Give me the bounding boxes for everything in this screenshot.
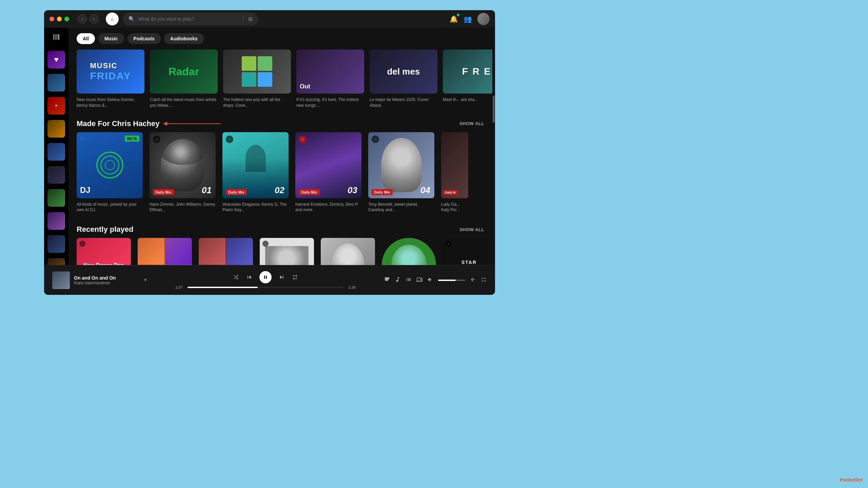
filter-podcasts[interactable]: Podcasts — [127, 33, 161, 44]
minimize-button[interactable] — [57, 17, 62, 21]
recent-card-star-wars[interactable]: ♫ STARWARS Star Wars — [443, 238, 492, 265]
avatar-image — [477, 13, 490, 25]
pocketlint-watermark: Pocketlint — [840, 477, 863, 483]
next-button[interactable] — [278, 274, 285, 281]
mix-card-daily-3[interactable]: ♫ Daily Mix 03 Harvest Emotions, Dontcry… — [295, 132, 361, 213]
daily-mix-num-1: 01 — [202, 185, 212, 196]
filter-bar: All Music Podcasts Audiobooks — [68, 28, 492, 49]
playlist-card-hot-hits[interactable]: The hottest new pop with all the drops. … — [223, 49, 291, 108]
back-button[interactable]: ‹ — [77, 14, 87, 24]
maximize-button[interactable] — [64, 17, 69, 21]
repeat-button[interactable] — [292, 274, 298, 280]
filter-audiobooks[interactable]: Audiobooks — [164, 33, 204, 44]
scrollbar-thumb[interactable] — [493, 96, 495, 123]
close-button[interactable] — [50, 17, 54, 21]
search-input[interactable] — [138, 16, 238, 22]
recent-card-love-song[interactable]: Love Song — [199, 238, 253, 265]
mix-card-daily-4[interactable]: ♫ Daily Mix 04 Tony Bennett, sweet plane… — [368, 132, 434, 213]
mix-card-daily-2[interactable]: ♫ Daily Mix 02 Veaceslav Draganov, Kenny… — [222, 132, 289, 213]
progress-bar-container: 1:07 2:39 — [174, 285, 357, 289]
lyrics-button[interactable] — [395, 277, 401, 284]
filter-all[interactable]: All — [77, 33, 95, 44]
playlist-card-free[interactable]: F R E Meet th... are sha... — [443, 49, 492, 108]
playlist-desc-new-music-friday: New music from Selena Gomez, benny blanc… — [77, 97, 144, 108]
mix-desc-dj: All kinds of music, picked by your own A… — [77, 202, 143, 213]
user-avatar[interactable] — [477, 13, 490, 25]
sidebar-item-playlist-8[interactable] — [47, 212, 65, 230]
recent-card-lady-gaga[interactable]: ♫ THIS IS Lady Gaga This IS Lady Gaga — [260, 238, 314, 265]
made-for-section-header: Made For Chris Hachey Show all — [68, 114, 492, 132]
mix-desc-daily-3: Harvest Emotions, Dontcry, Dino P and mo… — [295, 202, 361, 213]
recent-thumb-lady-gaga: ♫ THIS IS Lady Gaga — [260, 238, 314, 265]
filter-music[interactable]: Music — [98, 33, 124, 44]
sidebar-item-playlist-3[interactable]: ✕ — [47, 97, 65, 115]
sidebar-item-playlist-5[interactable] — [47, 143, 65, 161]
mix-thumb-daily-2: ♫ Daily Mix 02 — [222, 132, 289, 198]
volume-button[interactable] — [427, 277, 433, 284]
devices-button[interactable] — [416, 277, 422, 284]
notifications-button[interactable]: 🔔 — [450, 15, 458, 23]
sidebar: ♥ ✕ — [44, 28, 68, 265]
miniplayer-button[interactable] — [470, 277, 476, 284]
spotify-badge-3: ♫ — [299, 136, 306, 143]
playlist-card-del-mes[interactable]: del mes Lo mejor de febrero 2025. Cover:… — [370, 49, 437, 108]
mix-card-daily-1[interactable]: ♫ Daily Mix 01 Hans Zimmer, John William… — [150, 132, 216, 213]
spotify-badge-2: ♫ — [226, 136, 233, 143]
library-icon[interactable] — [53, 33, 60, 43]
play-pause-button[interactable] — [259, 271, 272, 283]
recently-played-cards-row: ♫ New Dance Pop New Dance Pop — [68, 238, 492, 265]
mix-card-dj[interactable]: ♫ DJ BETA All kinds of music, picked by … — [77, 132, 143, 213]
sidebar-item-playlist-2[interactable] — [47, 74, 65, 92]
sidebar-item-playlist-9[interactable] — [47, 235, 65, 253]
recently-played-title: Recently played — [77, 225, 134, 234]
search-divider — [243, 16, 243, 22]
sidebar-item-playlist-4[interactable] — [47, 120, 65, 138]
playlist-card-radar[interactable]: Radar Catch all the latest music from ar… — [150, 49, 218, 108]
player-add-button[interactable]: + — [143, 277, 147, 284]
friends-button[interactable]: 👥 — [463, 15, 472, 23]
player-album-art — [52, 271, 70, 289]
playlist-card-new-releases[interactable]: Out If it's buzzing, it's here. The hott… — [296, 49, 364, 108]
svg-rect-2 — [58, 34, 60, 40]
playlist-card-new-music-friday[interactable]: MUSICFRIDAY New music from Selena Gomez,… — [77, 49, 144, 108]
player-extra-controls — [384, 277, 487, 284]
shuffle-button[interactable] — [233, 274, 239, 280]
playlist-desc-radar: Catch all the latest music from artists … — [150, 97, 218, 108]
mix-desc-daily-1: Hans Zimmer, John Williams, Danny Elfman… — [150, 202, 216, 213]
forward-button[interactable]: › — [89, 14, 99, 24]
recent-card-artist[interactable]: Artist — [382, 238, 436, 265]
scrollbar-track[interactable] — [492, 28, 495, 265]
mix-card-daily-5[interactable]: Daily M Lady Ga... Katy Per... — [441, 132, 468, 213]
playlist-desc-del-mes: Lo mejor de febrero 2025. Cover: Aitana — [370, 97, 437, 108]
recently-played-show-all[interactable]: Show all — [459, 227, 484, 232]
sidebar-item-liked-songs[interactable]: ♥ — [47, 51, 65, 68]
dj-icon — [96, 151, 123, 179]
main-content[interactable]: All Music Podcasts Audiobooks MUSICFRIDA… — [68, 28, 492, 265]
mix-desc-daily-4: Tony Bennett, sweet planet, Caveboy and.… — [368, 202, 434, 213]
recent-thumb-dance-pop: ♫ New Dance Pop — [77, 238, 131, 265]
recent-card-dance-pop[interactable]: ♫ New Dance Pop New Dance Pop — [77, 238, 131, 265]
search-bar[interactable]: 🔍 ⊞ — [123, 13, 258, 25]
sidebar-item-playlist-6[interactable] — [47, 166, 65, 184]
daily-mix-label-1: Daily Mix — [153, 189, 174, 195]
volume-bar[interactable] — [438, 280, 465, 281]
previous-button[interactable] — [246, 274, 253, 281]
queue-button[interactable] — [406, 277, 412, 284]
sidebar-item-playlist-7[interactable] — [47, 189, 65, 207]
fullscreen-button[interactable] — [481, 277, 487, 284]
playlist-desc-free: Meet th... are sha... — [443, 97, 492, 103]
recent-card-beautiful-drug[interactable]: Beautiful Drug — [138, 238, 192, 265]
top-playlists-row: MUSICFRIDAY New music from Selena Gomez,… — [68, 49, 492, 114]
player-bar: On and On and On Klara Hammarstrom + — [44, 265, 495, 295]
heart-icon: ♥ — [54, 55, 58, 64]
home-button[interactable]: ⌂ — [106, 13, 119, 25]
progress-bar[interactable] — [188, 287, 343, 288]
pocketlint-text-before: Pocket — [840, 477, 855, 483]
player-buttons — [233, 271, 298, 283]
notification-badge — [457, 14, 459, 16]
made-for-show-all[interactable]: Show all — [459, 121, 484, 126]
recent-card-dance-person[interactable]: Dance — [321, 238, 375, 265]
now-playing-button[interactable] — [384, 277, 390, 284]
sidebar-item-playlist-10[interactable] — [47, 258, 65, 265]
daily-5-image — [441, 132, 468, 198]
